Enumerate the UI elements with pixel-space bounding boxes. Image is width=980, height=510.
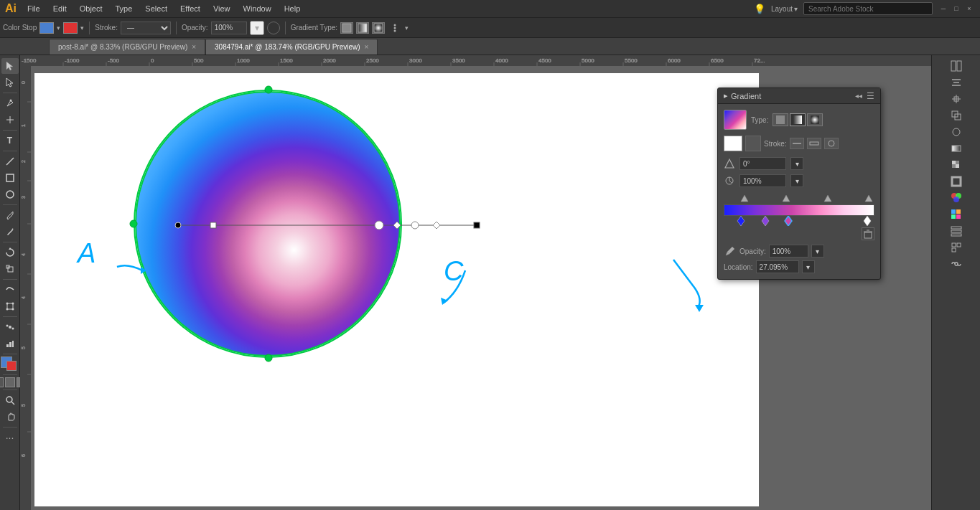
- gradient-type-radial-button[interactable]: [372, 22, 385, 34]
- toolbar-expand-icon[interactable]: ▾: [405, 24, 409, 32]
- menu-edit[interactable]: Edit: [47, 3, 73, 14]
- fill-color-swatch[interactable]: [39, 22, 54, 34]
- artboard[interactable]: A C: [34, 73, 759, 506]
- direct-selection-tool-button[interactable]: [1, 75, 19, 90]
- gradient-scale-input[interactable]: [739, 174, 786, 187]
- menu-object[interactable]: Object: [74, 3, 108, 14]
- layout-button[interactable]: Layout ▾: [771, 5, 798, 13]
- right-panel-color-btn[interactable]: [948, 190, 965, 206]
- menu-select[interactable]: Select: [139, 3, 173, 14]
- ellipse-tool-button[interactable]: [1, 186, 19, 202]
- rectangle-tool-button[interactable]: [1, 170, 19, 186]
- right-panel-align-btn[interactable]: [948, 75, 965, 90]
- stroke-options-icon[interactable]: ▾: [80, 24, 84, 32]
- window-minimize-button[interactable]: ─: [938, 4, 948, 14]
- svg-point-26: [6, 397, 12, 402]
- stroke-option-3-btn[interactable]: [824, 138, 839, 149]
- right-panel-gradient-btn[interactable]: [948, 141, 965, 156]
- svg-rect-98: [811, 115, 819, 124]
- stroke-swatch-2[interactable]: [745, 136, 761, 151]
- color-swatches[interactable]: [1, 356, 19, 372]
- zoom-tool-button[interactable]: [1, 392, 19, 408]
- gradient-type-none-button[interactable]: [340, 22, 353, 34]
- gradient-type-linear-button[interactable]: [356, 22, 369, 34]
- gradient-angle-expand[interactable]: ▾: [790, 157, 803, 170]
- tab-post8-close[interactable]: ×: [192, 43, 196, 51]
- menu-effect[interactable]: Effect: [174, 3, 206, 14]
- gradient-type-linear-btn[interactable]: [790, 113, 806, 126]
- gradient-location-input[interactable]: [756, 260, 799, 273]
- symbol-tool-button[interactable]: [1, 319, 19, 335]
- gradient-location-expand[interactable]: ▾: [802, 260, 815, 273]
- brush-tool-button[interactable]: [1, 207, 19, 223]
- stroke-option-2-btn[interactable]: [807, 138, 821, 149]
- gradient-panel-double-left-icon[interactable]: ◂◂: [855, 92, 862, 100]
- right-panel-transparency-btn[interactable]: [948, 157, 965, 173]
- svg-text:5: 5: [21, 346, 26, 349]
- gradient-panel-collapse-icon[interactable]: ▸: [724, 91, 728, 100]
- fill-options-icon[interactable]: ▾: [57, 24, 60, 32]
- draw-inside-button[interactable]: [5, 377, 15, 387]
- right-panel-links-btn[interactable]: [948, 256, 965, 272]
- right-panel-artboards-btn[interactable]: [948, 240, 965, 255]
- bulb-icon[interactable]: 💡: [754, 4, 765, 14]
- gradient-bar[interactable]: [724, 204, 874, 216]
- gradient-angle-input[interactable]: [739, 157, 786, 170]
- gradient-type-none-btn[interactable]: [773, 113, 788, 126]
- gradient-circle[interactable]: [135, 91, 401, 356]
- svg-point-101: [829, 141, 834, 146]
- search-adobe-stock-input[interactable]: [803, 2, 933, 15]
- gradient-preview-swatch[interactable]: [724, 110, 747, 130]
- scale-tool-button[interactable]: [1, 261, 19, 277]
- delete-stop-button[interactable]: [862, 227, 874, 240]
- svg-marker-104: [783, 195, 790, 202]
- line-tool-button[interactable]: [1, 154, 19, 169]
- type-tool-button[interactable]: T: [1, 133, 19, 148]
- menu-help[interactable]: Help: [279, 3, 307, 14]
- menu-type[interactable]: Type: [110, 3, 139, 14]
- left-toolbar-sep-3: [3, 151, 17, 151]
- hand-tool-button[interactable]: [1, 409, 19, 425]
- eyedropper-button[interactable]: [724, 245, 737, 258]
- opacity-input[interactable]: [211, 22, 247, 34]
- pen-tool-button[interactable]: [1, 95, 19, 111]
- pencil-tool-button[interactable]: [1, 224, 19, 240]
- more-tools-button[interactable]: ···: [1, 430, 19, 445]
- window-maximize-button[interactable]: □: [951, 4, 961, 14]
- right-panel-strokes-btn[interactable]: [948, 174, 965, 189]
- stroke-preview[interactable]: [724, 136, 742, 151]
- gradient-opacity-input[interactable]: [769, 245, 808, 258]
- opacity-expand-button[interactable]: ▾: [250, 21, 264, 35]
- svg-point-11: [6, 191, 14, 198]
- right-panel-transform-btn[interactable]: [948, 91, 965, 107]
- svg-rect-64: [20, 66, 31, 510]
- rotate-tool-button[interactable]: [1, 245, 19, 260]
- normal-mode-button[interactable]: [0, 377, 4, 387]
- right-panel-toggle-btn[interactable]: [948, 58, 965, 74]
- tab-post8[interactable]: post-8.ai* @ 8.33% (RGB/GPU Preview) ×: [49, 39, 205, 55]
- gradient-panel-menu-icon[interactable]: ☰: [867, 91, 874, 101]
- window-close-button[interactable]: ×: [964, 4, 974, 14]
- menu-view[interactable]: View: [207, 3, 236, 14]
- warp-tool-button[interactable]: [1, 282, 19, 298]
- tab-3084794-close[interactable]: ×: [365, 43, 369, 51]
- menu-file[interactable]: File: [22, 3, 46, 14]
- stroke-dropdown[interactable]: —: [121, 22, 171, 34]
- stroke-option-1-btn[interactable]: [790, 138, 804, 149]
- gradient-opacity-expand[interactable]: ▾: [811, 245, 824, 258]
- stroke-color-swatch[interactable]: [63, 22, 78, 34]
- free-transform-tool-button[interactable]: [1, 298, 19, 314]
- gradient-type-radial-btn[interactable]: [807, 113, 823, 126]
- left-toolbar-sep-10: [3, 389, 17, 390]
- graph-tool-button[interactable]: [1, 336, 19, 351]
- anchor-point-tool-button[interactable]: [1, 112, 19, 128]
- right-panel-swatches-btn[interactable]: [948, 207, 965, 222]
- right-panel-pathfinder-btn[interactable]: [948, 108, 965, 123]
- gradient-scale-expand[interactable]: ▾: [790, 174, 803, 187]
- gradient-options-button[interactable]: [388, 21, 402, 35]
- right-panel-layers-btn[interactable]: [948, 223, 965, 239]
- selection-tool-button[interactable]: [1, 58, 19, 74]
- right-panel-shapes-btn[interactable]: [948, 124, 965, 140]
- tab-3084794[interactable]: 3084794.ai* @ 183.74% (RGB/GPU Preview) …: [205, 39, 378, 55]
- menu-window[interactable]: Window: [238, 3, 277, 14]
